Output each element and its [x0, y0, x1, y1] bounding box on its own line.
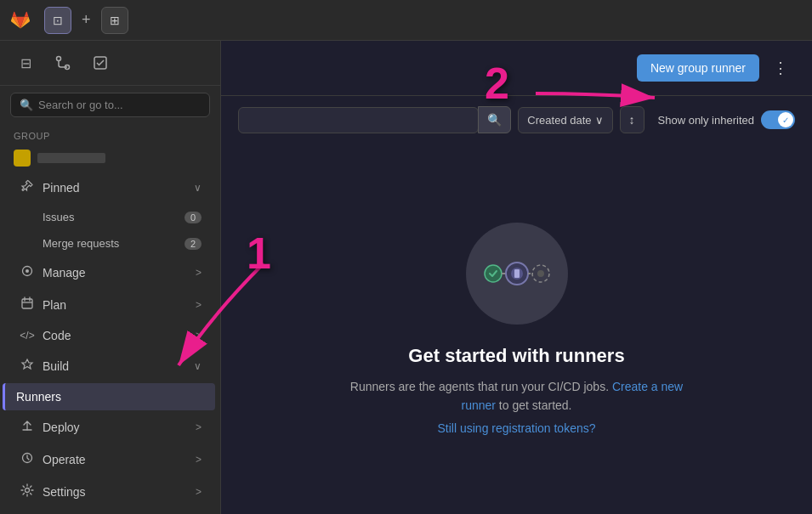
- chevron-down-icon: ∨: [595, 114, 604, 127]
- sidebar-item-plan[interactable]: Plan >: [5, 290, 215, 320]
- deploy-label: Deploy: [43, 421, 80, 434]
- build-chevron: ∨: [194, 360, 202, 372]
- manage-label: Manage: [43, 266, 86, 280]
- sidebar-item-code[interactable]: </> Code >: [5, 322, 215, 349]
- main-layout: ⊟ 🔍 Search or go: [0, 41, 812, 514]
- top-nav-bar: ⊡ + ⊞: [0, 0, 812, 41]
- merge-requests-icon[interactable]: [48, 48, 78, 78]
- empty-state-title: Get started with runners: [408, 345, 624, 367]
- page-wrapper: ⊡ + ⊞ ⊟: [0, 0, 812, 514]
- sidebar-item-operate[interactable]: Operate >: [5, 444, 215, 475]
- plan-label: Plan: [43, 298, 66, 312]
- pinned-chevron: ∨: [194, 182, 202, 194]
- nav-btn-2[interactable]: ⊞: [101, 7, 128, 34]
- group-item[interactable]: [0, 144, 220, 172]
- sidebar-toggle-icon[interactable]: ⊟: [10, 48, 41, 78]
- svg-rect-5: [22, 299, 32, 308]
- empty-state: Get started with runners Runners are the…: [221, 144, 812, 514]
- merge-requests-badge: 2: [185, 238, 202, 250]
- issues-label: Issues: [43, 211, 75, 223]
- sidebar-item-issues[interactable]: Issues 0: [5, 205, 215, 229]
- nav-btn-1[interactable]: ⊡: [44, 7, 71, 34]
- sidebar-item-pinned[interactable]: Pinned ∨: [5, 172, 215, 203]
- settings-icon: [19, 483, 36, 500]
- desc-part-2: to get started.: [496, 398, 572, 412]
- operate-chevron: >: [196, 454, 202, 466]
- settings-label: Settings: [43, 485, 86, 499]
- show-inherited-toggle[interactable]: ✓: [761, 110, 795, 129]
- nav-plus-btn[interactable]: +: [78, 11, 94, 29]
- main-content: New group runner ⋮ 🔍 Created date ∨ ↕ Sh…: [221, 41, 812, 514]
- deploy-icon: [19, 419, 36, 436]
- operate-label: Operate: [43, 453, 86, 466]
- manage-icon: [19, 264, 36, 281]
- kebab-menu-button[interactable]: ⋮: [766, 55, 795, 81]
- build-label: Build: [43, 359, 69, 373]
- deploy-chevron: >: [196, 421, 202, 433]
- runners-label: Runners: [16, 390, 61, 404]
- runner-illustration: [466, 223, 568, 325]
- svg-point-7: [26, 489, 30, 493]
- operate-icon: [19, 451, 36, 468]
- build-icon: [19, 358, 36, 375]
- desc-part-1: Runners are the agents that run your CI/…: [350, 380, 612, 393]
- plan-chevron: >: [196, 299, 202, 311]
- issues-badge: 0: [185, 212, 202, 223]
- search-icon: 🔍: [20, 99, 33, 111]
- sidebar: ⊟ 🔍 Search or go: [0, 41, 221, 514]
- sidebar-item-settings[interactable]: Settings >: [5, 477, 215, 507]
- sort-direction-button[interactable]: ↕: [620, 106, 644, 133]
- sidebar-item-runners[interactable]: Runners: [3, 383, 215, 410]
- code-icon: </>: [19, 330, 36, 342]
- search-box[interactable]: 🔍 Search or go to...: [10, 93, 210, 117]
- svg-point-15: [537, 270, 544, 277]
- svg-point-8: [485, 265, 502, 282]
- sidebar-item-deploy[interactable]: Deploy >: [5, 412, 215, 443]
- runner-search-input[interactable]: [238, 107, 479, 133]
- manage-chevron: >: [196, 267, 202, 279]
- content-header: New group runner ⋮: [221, 41, 812, 96]
- sidebar-item-manage[interactable]: Manage >: [5, 257, 215, 288]
- sidebar-item-merge-requests[interactable]: Merge requests 2: [5, 231, 215, 256]
- toggle-knob: ✓: [778, 112, 793, 127]
- empty-state-description: Runners are the agents that run your CI/…: [347, 377, 687, 415]
- filter-bar: 🔍 Created date ∨ ↕ Show only inherited ✓: [221, 96, 812, 144]
- group-label: Group: [0, 124, 220, 144]
- svg-point-0: [57, 57, 61, 61]
- code-label: Code: [43, 329, 71, 342]
- settings-chevron: >: [196, 486, 202, 498]
- pin-icon: [19, 179, 36, 196]
- sidebar-top-icons: ⊟: [0, 41, 220, 86]
- sort-label: Created date: [527, 114, 591, 127]
- sidebar-item-build[interactable]: Build ∨: [5, 351, 215, 381]
- code-chevron: >: [196, 330, 202, 342]
- gitlab-logo[interactable]: [10, 10, 31, 31]
- merge-requests-label: Merge requests: [43, 237, 119, 250]
- new-group-runner-button[interactable]: New group runner: [637, 54, 759, 82]
- sort-dropdown[interactable]: Created date ∨: [518, 107, 612, 133]
- svg-point-4: [26, 269, 29, 273]
- search-placeholder: Search or go to...: [38, 99, 123, 111]
- runner-svg: [483, 257, 551, 291]
- registration-tokens-link[interactable]: Still using registration tokens?: [438, 421, 596, 435]
- svg-rect-12: [514, 269, 520, 278]
- plan-icon: [19, 297, 36, 313]
- show-inherited-label: Show only inherited: [658, 114, 754, 127]
- pinned-label: Pinned: [43, 181, 80, 195]
- group-name-placeholder: [37, 153, 105, 163]
- todo-icon[interactable]: [85, 48, 116, 78]
- group-avatar: [14, 150, 31, 167]
- filter-search-button[interactable]: 🔍: [478, 106, 511, 133]
